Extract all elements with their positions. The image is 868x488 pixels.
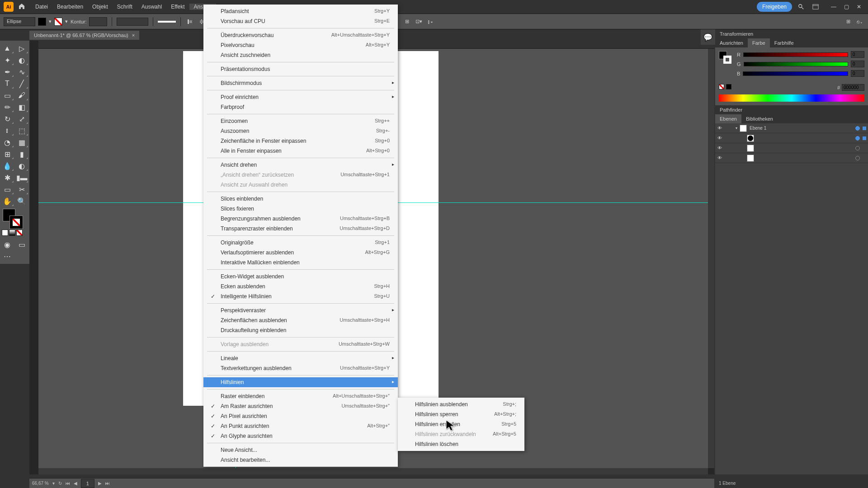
menu-item[interactable]: Ansicht zuschneiden: [203, 50, 398, 60]
stroke-swatch[interactable]: [54, 18, 62, 26]
menu-item[interactable]: Lineale: [203, 353, 398, 363]
direct-selection-tool-icon[interactable]: ▷: [14, 42, 29, 54]
tab-layers[interactable]: Ebenen: [715, 114, 741, 123]
menu-item[interactable]: Slices einblenden: [203, 194, 398, 204]
menu-item[interactable]: Ecken ausblendenStrg+H: [203, 282, 398, 291]
zoom-tool-icon[interactable]: 🔍: [14, 195, 29, 207]
tab-libraries[interactable]: Bibliotheken: [741, 114, 778, 123]
r-input[interactable]: [851, 51, 864, 58]
blend-tool-icon[interactable]: ◐: [14, 160, 29, 172]
type-tool-icon[interactable]: T: [0, 78, 14, 89]
fill-dropdown-icon[interactable]: ▾: [49, 19, 52, 24]
menu-item[interactable]: AuszoomenStrg+-: [203, 126, 398, 136]
edit-toolbar-icon[interactable]: ⋯: [0, 250, 14, 262]
app-logo[interactable]: Ai: [4, 2, 14, 12]
artboard-tool-icon[interactable]: ▭: [0, 183, 14, 195]
layer-row[interactable]: 👁: [715, 143, 868, 153]
menu-item[interactable]: Zeichenfläche in Fenster einpassenStrg+0: [203, 136, 398, 146]
arrange-docs-icon[interactable]: [810, 1, 821, 12]
menu-item[interactable]: Perspektivenraster: [203, 305, 398, 315]
shape-builder-tool-icon[interactable]: ◔: [0, 136, 14, 148]
nav-first-icon[interactable]: ⏮: [66, 481, 70, 486]
submenu-item[interactable]: Hilfslinien erstellenStrg+5: [398, 419, 524, 429]
horizontal-scrollbar[interactable]: [38, 468, 708, 474]
none-mode-icon[interactable]: [16, 230, 23, 236]
r-slider[interactable]: [743, 52, 848, 57]
essentials-icon[interactable]: ⊞: [844, 17, 853, 26]
width-tool-icon[interactable]: ⫾: [0, 125, 14, 136]
stroke-color-swatch[interactable]: [10, 216, 23, 229]
lasso-tool-icon[interactable]: ◐: [14, 54, 29, 66]
target-icon[interactable]: [855, 156, 860, 160]
minimize-icon[interactable]: —: [828, 1, 839, 12]
rectangle-tool-icon[interactable]: ▭: [0, 89, 14, 101]
menu-item[interactable]: Ansicht bearbeiten...: [203, 455, 398, 465]
magic-wand-tool-icon[interactable]: ✦: [0, 54, 14, 66]
expand-icon[interactable]: ▾: [733, 126, 740, 130]
color-mode-icon[interactable]: [2, 230, 8, 236]
menu-item[interactable]: Textverkettungen ausblendenUmschalttaste…: [203, 363, 398, 373]
rotate-view-icon[interactable]: ↻: [58, 481, 62, 486]
visibility-icon[interactable]: 👁: [715, 126, 724, 131]
menu-item[interactable]: Raster einblendenAlt+Umschalttaste+Strg+…: [203, 391, 398, 401]
line-tool-icon[interactable]: ╱: [14, 78, 29, 89]
submenu-item[interactable]: Hilfslinien ausblendenStrg+;: [398, 399, 524, 409]
eraser-tool-icon[interactable]: ◧: [14, 101, 29, 113]
g-input[interactable]: [851, 61, 864, 67]
layer-row[interactable]: 👁 ▾ Ebene 1: [715, 123, 868, 133]
menu-item[interactable]: Zeichenflächen ausblendenUmschalttaste+S…: [203, 315, 398, 325]
g-slider[interactable]: [744, 62, 848, 66]
black-swatch-icon[interactable]: [726, 84, 731, 89]
menu-item[interactable]: Bildschirmmodus: [203, 78, 398, 88]
menu-item[interactable]: Intelligente HilfslinienStrg+U: [203, 291, 398, 301]
zoom-dropdown-icon[interactable]: ▾: [52, 481, 55, 486]
stroke-dropdown-icon[interactable]: ▾: [65, 19, 68, 24]
menu-item[interactable]: An Punkt ausrichtenAlt+Strg+": [203, 421, 398, 431]
stroke-style-preview[interactable]: [158, 21, 176, 23]
close-tab-icon[interactable]: ×: [132, 33, 135, 38]
menu-item[interactable]: Slices fixieren: [203, 204, 398, 214]
curvature-tool-icon[interactable]: ∿: [14, 66, 29, 78]
mesh-tool-icon[interactable]: ⊞: [0, 148, 14, 160]
search-icon[interactable]: [796, 1, 807, 12]
menu-item[interactable]: PfadansichtStrg+Y: [203, 6, 398, 16]
layer-row[interactable]: 👁: [715, 153, 868, 163]
tab-color[interactable]: Farbe: [748, 38, 770, 47]
pathfinder-panel-header[interactable]: Pathfinder: [715, 105, 868, 114]
slice-tool-icon[interactable]: ✂: [14, 183, 29, 195]
menu-item[interactable]: An Pixel ausrichten: [203, 411, 398, 421]
visibility-icon[interactable]: 👁: [715, 136, 724, 141]
free-transform-tool-icon[interactable]: ⬚: [14, 125, 29, 136]
menu-item[interactable]: Proof einrichten: [203, 92, 398, 102]
eyedropper-tool-icon[interactable]: 💧: [0, 160, 14, 172]
menu-item[interactable]: Hilfslinien: [203, 377, 398, 387]
menu-item[interactable]: Farbproof: [203, 102, 398, 112]
rotate-tool-icon[interactable]: ↻: [0, 113, 14, 125]
b-slider[interactable]: [743, 71, 848, 76]
paintbrush-tool-icon[interactable]: 🖌: [14, 89, 29, 101]
nav-next-icon[interactable]: ▶: [98, 481, 102, 486]
vertical-scrollbar[interactable]: [708, 49, 714, 468]
submenu-item[interactable]: Hilfslinien sperrenAlt+Strg+;: [398, 409, 524, 419]
menu-auswahl[interactable]: Auswahl: [137, 4, 166, 10]
menu-item[interactable]: Ansicht drehen: [203, 160, 398, 170]
draw-mode-normal-icon[interactable]: ◉: [0, 239, 14, 250]
menu-datei[interactable]: Datei: [31, 4, 52, 10]
graph-tool-icon[interactable]: ▮▬: [14, 172, 29, 183]
menu-item[interactable]: Am Raster ausrichtenUmschalttaste+Strg+": [203, 401, 398, 411]
b-input[interactable]: [851, 70, 864, 77]
shaper-tool-icon[interactable]: ✏: [0, 101, 14, 113]
brush-preview[interactable]: [117, 18, 148, 26]
transform-panel-header[interactable]: Transformieren: [715, 29, 868, 38]
document-tab[interactable]: Unbenannt-1* @ 66.67 % (RGB/Vorschau) ×: [29, 31, 139, 40]
pen-tool-icon[interactable]: ✒: [0, 66, 14, 78]
gradient-tool-icon[interactable]: ▮: [14, 148, 29, 160]
menu-bearbeiten[interactable]: Bearbeiten: [52, 4, 88, 10]
selection-tool-icon[interactable]: ▲: [0, 42, 14, 54]
menu-effekt[interactable]: Effekt: [166, 4, 189, 10]
menu-item[interactable]: An Glyphe ausrichten: [203, 431, 398, 441]
menu-schrift[interactable]: Schrift: [113, 4, 137, 10]
visibility-icon[interactable]: 👁: [715, 145, 724, 150]
layer-row[interactable]: 👁: [715, 133, 868, 143]
zoom-level[interactable]: 66,67 %: [32, 481, 49, 486]
